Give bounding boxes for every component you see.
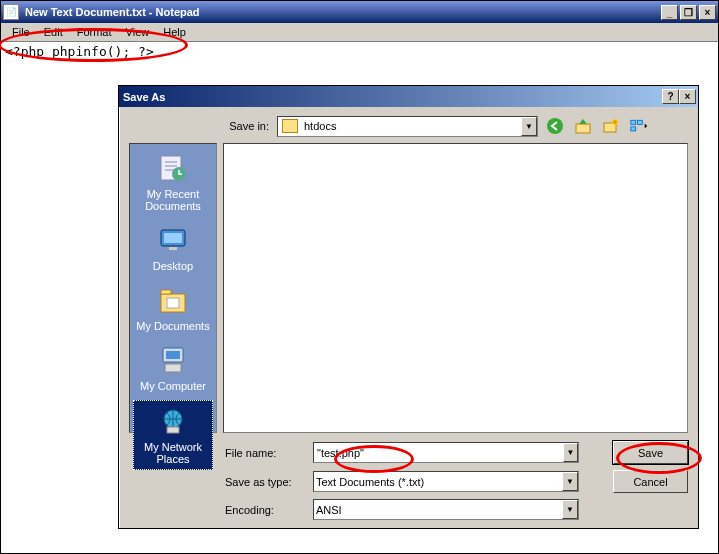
menu-help[interactable]: Help (156, 24, 193, 40)
save-as-type-dropdown[interactable]: Text Documents (*.txt) ▼ (313, 471, 579, 492)
menu-format[interactable]: Format (70, 24, 119, 40)
svg-rect-1 (576, 124, 590, 133)
save-as-type-label: Save as type: (225, 476, 313, 488)
svg-rect-13 (161, 290, 171, 294)
place-label: My Network Places (134, 441, 212, 465)
close-button[interactable]: × (699, 5, 716, 20)
encoding-value: ANSI (314, 504, 562, 516)
dialog-close-button[interactable]: × (679, 89, 696, 104)
menu-file[interactable]: File (5, 24, 37, 40)
svg-rect-10 (164, 233, 182, 243)
recent-docs-icon (157, 152, 189, 184)
place-mycomputer[interactable]: My Computer (133, 340, 213, 396)
folder-icon (282, 119, 298, 133)
help-button[interactable]: ? (662, 89, 679, 104)
menu-view[interactable]: View (119, 24, 157, 40)
cancel-button[interactable]: Cancel (613, 470, 688, 493)
minimize-button[interactable]: _ (661, 5, 678, 20)
place-label: My Recent Documents (133, 188, 213, 212)
chevron-down-icon[interactable]: ▼ (562, 472, 578, 491)
titlebar: 📄 New Text Document.txt - Notepad _ ❐ × (1, 1, 718, 23)
chevron-down-icon[interactable]: ▼ (563, 443, 578, 462)
svg-rect-19 (167, 427, 179, 433)
save-in-label: Save in: (215, 120, 269, 132)
svg-rect-6 (637, 120, 642, 124)
filename-label: File name: (225, 447, 313, 459)
place-mydocs[interactable]: My Documents (133, 280, 213, 336)
svg-rect-5 (631, 127, 636, 131)
up-one-level-icon[interactable] (572, 115, 594, 137)
type-value: Text Documents (*.txt) (314, 476, 562, 488)
save-in-value: htdocs (302, 120, 521, 132)
place-desktop[interactable]: Desktop (133, 220, 213, 276)
save-as-dialog: Save As ? × Save in: htdocs ▼ (118, 85, 699, 529)
svg-rect-16 (166, 351, 180, 359)
save-in-dropdown[interactable]: htdocs ▼ (277, 116, 538, 137)
place-network[interactable]: My Network Places (133, 400, 213, 470)
svg-point-0 (547, 118, 563, 134)
dialog-titlebar: Save As ? × (119, 86, 698, 107)
place-label: Desktop (133, 260, 213, 272)
my-computer-icon (157, 344, 189, 376)
places-bar: My Recent Documents Desktop My Documents… (129, 143, 217, 433)
network-places-icon (157, 405, 189, 437)
filename-field[interactable] (314, 447, 563, 459)
view-menu-icon[interactable] (628, 115, 650, 137)
notepad-icon: 📄 (3, 4, 19, 20)
save-button[interactable]: Save (613, 441, 688, 464)
file-list[interactable] (223, 143, 688, 433)
desktop-icon (157, 224, 189, 256)
svg-rect-17 (165, 364, 181, 372)
place-recent[interactable]: My Recent Documents (133, 148, 213, 216)
svg-rect-4 (631, 120, 636, 124)
chevron-down-icon[interactable]: ▼ (562, 500, 578, 519)
my-documents-icon (157, 284, 189, 316)
dialog-title: Save As (121, 91, 662, 103)
menu-edit[interactable]: Edit (37, 24, 70, 40)
encoding-dropdown[interactable]: ANSI ▼ (313, 499, 579, 520)
back-icon[interactable] (544, 115, 566, 137)
svg-rect-14 (167, 298, 179, 308)
new-folder-icon[interactable] (600, 115, 622, 137)
encoding-label: Encoding: (225, 504, 313, 516)
filename-input[interactable]: ▼ (313, 442, 579, 463)
menubar: File Edit Format View Help (1, 23, 718, 42)
maximize-button[interactable]: ❐ (680, 5, 697, 20)
window-title: New Text Document.txt - Notepad (23, 6, 661, 18)
chevron-down-icon[interactable]: ▼ (521, 117, 537, 136)
place-label: My Computer (133, 380, 213, 392)
place-label: My Documents (133, 320, 213, 332)
svg-rect-11 (169, 247, 177, 250)
